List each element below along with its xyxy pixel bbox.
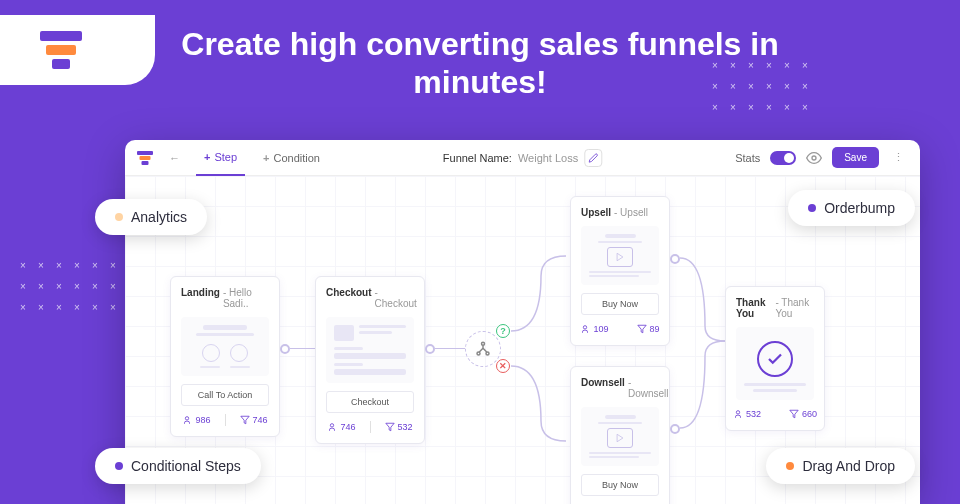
svg-point-5	[486, 352, 489, 355]
card-checkout[interactable]: Checkout- Checkout Checkout 746 532	[315, 276, 425, 444]
pill-orderbump: Orderbump	[788, 190, 915, 226]
card-stats: 532 660	[736, 408, 814, 420]
headline: Create high converting sales funnels in …	[180, 25, 780, 102]
menu-icon[interactable]: ⋮	[889, 151, 908, 164]
pill-conditional: Conditional Steps	[95, 448, 261, 484]
svg-point-2	[331, 424, 334, 427]
logo-badge	[0, 15, 155, 85]
card-upsell[interactable]: Upsell- Upsell Buy Now 109 89	[570, 196, 670, 346]
card-preview	[181, 317, 269, 376]
badge-fail-icon: ✕	[496, 359, 510, 373]
card-preview	[736, 327, 814, 400]
save-button[interactable]: Save	[832, 147, 879, 168]
svg-point-1	[186, 417, 189, 420]
svg-point-6	[584, 326, 587, 329]
stats-label: Stats	[735, 152, 760, 164]
svg-point-8	[736, 411, 739, 414]
pill-analytics: Analytics	[95, 199, 207, 235]
card-preview	[581, 226, 659, 285]
svg-point-0	[812, 156, 816, 160]
funnel-icon	[40, 31, 82, 69]
buy-button[interactable]: Buy Now	[581, 293, 659, 315]
pill-dragdrop: Drag And Drop	[766, 448, 915, 484]
tab-condition[interactable]: +Condition	[255, 140, 328, 176]
card-preview	[326, 317, 414, 383]
toolbar: ← +Step +Condition Funnel Name: Weight L…	[125, 140, 920, 176]
card-stats: 109 89	[581, 323, 659, 335]
split-node[interactable]	[465, 331, 501, 367]
preview-icon[interactable]	[806, 150, 822, 166]
tab-step[interactable]: +Step	[196, 140, 245, 176]
checkout-button[interactable]: Checkout	[326, 391, 414, 413]
back-button[interactable]: ←	[163, 152, 186, 164]
card-thankyou[interactable]: Thank You- Thank You 532 660	[725, 286, 825, 431]
funnel-icon	[137, 151, 153, 165]
svg-point-3	[482, 342, 485, 345]
stats-toggle[interactable]	[770, 151, 796, 165]
badge-success-icon: ?	[496, 324, 510, 338]
card-preview	[581, 407, 659, 466]
card-stats: 986 746	[181, 414, 269, 426]
buy-button[interactable]: Buy Now	[581, 474, 659, 496]
card-stats: 746 532	[326, 421, 414, 433]
cta-button[interactable]: Call To Action	[181, 384, 269, 406]
card-landing[interactable]: Landing- Hello Sadi.. Call To Action 986…	[170, 276, 280, 437]
card-downsell[interactable]: Downsell- Downsell Buy Now 119 39	[570, 366, 670, 504]
check-icon	[757, 341, 793, 377]
funnel-name: Funnel Name: Weight Loss	[443, 149, 602, 167]
edit-icon[interactable]	[584, 149, 602, 167]
svg-point-4	[477, 352, 480, 355]
